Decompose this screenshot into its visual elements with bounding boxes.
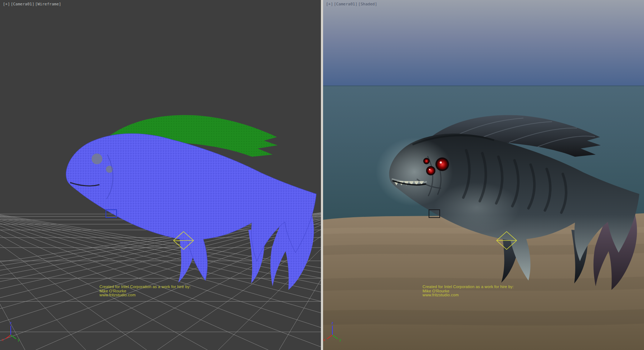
watermark-line-3: www.fritzstudio.com bbox=[99, 293, 191, 297]
viewport-menu-pov[interactable]: [Camera01] bbox=[11, 2, 34, 6]
watermark-line-3: www.fritzstudio.com bbox=[423, 293, 514, 297]
viewport-menu-general[interactable]: [+] bbox=[326, 2, 333, 6]
fish-eye-red bbox=[437, 159, 448, 170]
viewport-label: [+] [Camera01] [Shaded] bbox=[326, 2, 377, 6]
eye-specular bbox=[440, 161, 442, 164]
axis-z-label: z bbox=[331, 321, 333, 325]
horizon-line bbox=[323, 86, 644, 86]
axis-x-label: x bbox=[1, 338, 4, 342]
axis-x-label: x bbox=[323, 338, 325, 342]
fish-eye bbox=[92, 154, 102, 164]
viewport-wireframe[interactable]: z x y [+] [Camera01] [Wireframe] Created… bbox=[0, 0, 321, 350]
viewport-menu-general[interactable]: [+] bbox=[3, 2, 10, 6]
viewport-menu-pov[interactable]: [Camera01] bbox=[334, 2, 357, 6]
axis-y-label: y bbox=[18, 338, 20, 342]
viewport-menu-shading[interactable]: [Shaded] bbox=[358, 2, 377, 6]
watermark-line-1: Created for Intel Corporation as a work … bbox=[423, 285, 514, 289]
ground-shading bbox=[323, 316, 644, 319]
watermark-text: Created for Intel Corporation as a work … bbox=[99, 285, 191, 297]
shaded-scene: z x y bbox=[323, 0, 644, 350]
viewport-workspace: z x y [+] [Camera01] [Wireframe] Created… bbox=[0, 0, 644, 350]
eye-specular bbox=[429, 169, 430, 170]
viewport-shaded[interactable]: z x y [+] [Camera01] [Shaded] Created fo… bbox=[323, 0, 644, 350]
watermark-text: Created for Intel Corporation as a work … bbox=[423, 285, 514, 297]
wireframe-scene: z x y bbox=[0, 0, 321, 350]
axis-z-label: z bbox=[10, 321, 12, 325]
viewport-menu-shading[interactable]: [Wireframe] bbox=[35, 2, 61, 6]
sky bbox=[323, 0, 644, 86]
page: { "viewports": [ { "id": "wireframe", "m… bbox=[0, 0, 644, 350]
fish-eye-red bbox=[424, 159, 429, 163]
viewport-label: [+] [Camera01] [Wireframe] bbox=[3, 2, 61, 6]
axis-y-label: y bbox=[339, 338, 341, 342]
watermark-line-1: Created for Intel Corporation as a work … bbox=[99, 285, 191, 289]
belly-highlight bbox=[434, 183, 520, 233]
fish-eye-red bbox=[427, 167, 434, 174]
